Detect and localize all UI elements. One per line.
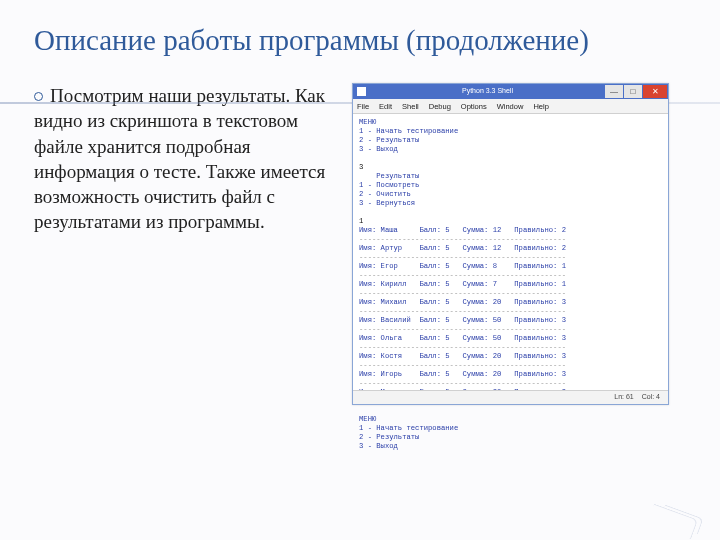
- menu-edit[interactable]: Edit: [379, 102, 392, 111]
- footer-1: 1 - Начать тестирование: [359, 424, 662, 433]
- main-menu-3: 3 - Выход: [359, 145, 662, 154]
- menu-shell[interactable]: Shell: [402, 102, 419, 111]
- content-row: Посмотрим наши результаты. Как видно из …: [34, 83, 686, 405]
- result-row: Имя: Маша Балл: 5 Сумма: 12 Правильно: 2: [359, 226, 662, 235]
- minimize-button[interactable]: —: [605, 85, 623, 98]
- close-button[interactable]: ✕: [643, 85, 667, 98]
- menu-debug[interactable]: Debug: [429, 102, 451, 111]
- prompt-1: 3: [359, 163, 662, 172]
- body-text: Посмотрим наши результаты. Как видно из …: [34, 83, 334, 405]
- footer-3: 3 - Выход: [359, 442, 662, 451]
- footer-2: 2 - Результаты: [359, 433, 662, 442]
- menu-options[interactable]: Options: [461, 102, 487, 111]
- result-row: Имя: Артур Балл: 5 Сумма: 12 Правильно: …: [359, 244, 662, 253]
- result-row: Имя: Михаил Балл: 5 Сумма: 20 Правильно:…: [359, 298, 662, 307]
- result-row: Имя: Костя Балл: 5 Сумма: 20 Правильно: …: [359, 352, 662, 361]
- sub-header: Результаты: [359, 172, 662, 181]
- result-row: Имя: Игорь Балл: 5 Сумма: 20 Правильно: …: [359, 370, 662, 379]
- result-row: Имя: Ольга Балл: 5 Сумма: 50 Правильно: …: [359, 334, 662, 343]
- row-separator: ----------------------------------------…: [359, 343, 662, 352]
- status-bar: Ln: 61 Col: 4: [353, 390, 668, 404]
- window-titlebar: Python 3.3 Shell — □ ✕: [353, 84, 668, 99]
- row-separator: ----------------------------------------…: [359, 379, 662, 388]
- result-rows: Имя: Маша Балл: 5 Сумма: 12 Правильно: 2…: [359, 226, 662, 406]
- menu-help[interactable]: Help: [533, 102, 548, 111]
- menu-file[interactable]: File: [357, 102, 369, 111]
- result-row: Имя: Кирилл Балл: 5 Сумма: 7 Правильно: …: [359, 280, 662, 289]
- bullet-icon: [34, 92, 43, 101]
- maximize-button[interactable]: □: [624, 85, 642, 98]
- row-separator: ----------------------------------------…: [359, 253, 662, 262]
- prompt-2: 1: [359, 217, 662, 226]
- window-title: Python 3.3 Shell: [370, 87, 605, 96]
- result-row: Имя: Егор Балл: 5 Сумма: 8 Правильно: 1: [359, 262, 662, 271]
- app-icon: [357, 87, 366, 96]
- status-ln: Ln: 61: [614, 393, 633, 402]
- sub-1: 1 - Посмотреть: [359, 181, 662, 190]
- row-separator: ----------------------------------------…: [359, 235, 662, 244]
- body-paragraph: Посмотрим наши результаты. Как видно из …: [34, 85, 325, 231]
- screenshot-window: Python 3.3 Shell — □ ✕ File Edit Shell D…: [352, 83, 669, 405]
- section-header: МЕНЮ: [359, 118, 662, 127]
- row-separator: ----------------------------------------…: [359, 289, 662, 298]
- menu-window[interactable]: Window: [497, 102, 524, 111]
- menu-bar: File Edit Shell Debug Options Window Hel…: [353, 99, 668, 114]
- blank: [359, 154, 662, 163]
- row-separator: ----------------------------------------…: [359, 307, 662, 316]
- sub-3: 3 - Вернуться: [359, 199, 662, 208]
- blank: [359, 208, 662, 217]
- row-separator: ----------------------------------------…: [359, 361, 662, 370]
- row-separator: ----------------------------------------…: [359, 325, 662, 334]
- row-separator: ----------------------------------------…: [359, 271, 662, 280]
- sub-2: 2 - Очистить: [359, 190, 662, 199]
- slide: Описание работы программы (продолжение) …: [0, 0, 720, 540]
- status-col: Col: 4: [642, 393, 660, 402]
- blank: [359, 406, 662, 415]
- result-row: Имя: Василий Балл: 5 Сумма: 50 Правильно…: [359, 316, 662, 325]
- corner-decoration: [642, 504, 702, 532]
- main-menu-1: 1 - Начать тестирование: [359, 127, 662, 136]
- main-menu-2: 2 - Результаты: [359, 136, 662, 145]
- slide-title: Описание работы программы (продолжение): [34, 24, 686, 57]
- footer-header: МЕНЮ: [359, 415, 662, 424]
